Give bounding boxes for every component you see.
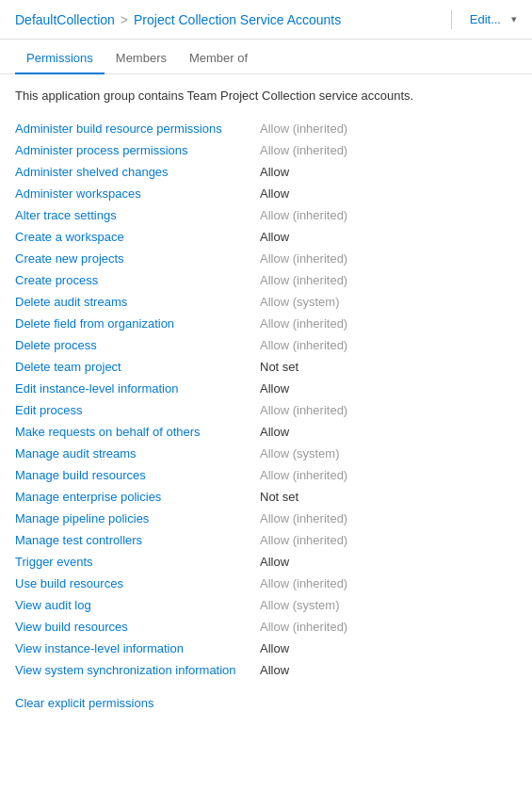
table-row: Edit processAllow (inherited) bbox=[15, 399, 517, 421]
permission-value: Allow (inherited) bbox=[260, 620, 517, 634]
permission-name[interactable]: Alter trace settings bbox=[15, 208, 260, 222]
content-area: This application group contains Team Pro… bbox=[0, 74, 532, 723]
breadcrumb: DefaultCollection > Project Collection S… bbox=[15, 12, 443, 27]
table-row: Edit instance-level informationAllow bbox=[15, 378, 517, 399]
table-row: View system synchronization informationA… bbox=[15, 659, 517, 681]
permission-value: Allow (inherited) bbox=[260, 533, 517, 547]
table-row: View audit logAllow (system) bbox=[15, 594, 517, 616]
header-actions: Edit... ▾ bbox=[443, 9, 517, 29]
permission-name[interactable]: Delete audit streams bbox=[15, 295, 260, 309]
permission-name[interactable]: Manage enterprise policies bbox=[15, 490, 260, 504]
table-row: Create new projectsAllow (inherited) bbox=[15, 248, 517, 269]
table-row: View build resourcesAllow (inherited) bbox=[15, 616, 517, 638]
permission-value: Allow (inherited) bbox=[260, 273, 517, 287]
permission-value: Allow bbox=[260, 230, 517, 244]
table-row: Manage enterprise policiesNot set bbox=[15, 486, 517, 508]
table-row: Create processAllow (inherited) bbox=[15, 269, 517, 291]
permission-name[interactable]: Create a workspace bbox=[15, 230, 260, 244]
permission-value: Allow (inherited) bbox=[260, 468, 517, 482]
permission-name[interactable]: Delete team project bbox=[15, 360, 260, 374]
table-row: Use build resourcesAllow (inherited) bbox=[15, 573, 517, 594]
permission-value: Not set bbox=[260, 490, 517, 504]
permission-name[interactable]: View build resources bbox=[15, 620, 260, 634]
permission-name[interactable]: Administer build resource permissions bbox=[15, 121, 260, 136]
table-row: Administer process permissionsAllow (inh… bbox=[15, 139, 517, 161]
permission-value: Allow bbox=[260, 381, 517, 396]
page-header: DefaultCollection > Project Collection S… bbox=[0, 0, 532, 40]
permission-name[interactable]: Administer workspaces bbox=[15, 186, 260, 201]
table-row: Administer build resource permissionsAll… bbox=[15, 118, 517, 139]
chevron-down-icon[interactable]: ▾ bbox=[511, 13, 517, 25]
permission-name[interactable]: Create new projects bbox=[15, 251, 260, 266]
permission-name[interactable]: Manage build resources bbox=[15, 468, 260, 482]
table-row: Delete field from organizationAllow (inh… bbox=[15, 313, 517, 334]
table-row: Manage build resourcesAllow (inherited) bbox=[15, 464, 517, 486]
permission-value: Allow bbox=[260, 425, 517, 439]
tab-member-of[interactable]: Member of bbox=[178, 43, 259, 74]
permission-value: Allow (inherited) bbox=[260, 403, 517, 417]
permission-value: Allow (inherited) bbox=[260, 338, 517, 352]
permission-value: Allow (inherited) bbox=[260, 251, 517, 266]
permission-name[interactable]: Administer shelved changes bbox=[15, 165, 260, 179]
permission-value: Allow bbox=[260, 186, 517, 201]
permission-name[interactable]: Edit process bbox=[15, 403, 260, 417]
edit-button[interactable]: Edit... bbox=[463, 9, 508, 29]
permission-value: Allow (inherited) bbox=[260, 143, 517, 157]
permission-name[interactable]: Edit instance-level information bbox=[15, 381, 260, 396]
permission-name[interactable]: Make requests on behalf of others bbox=[15, 425, 260, 439]
breadcrumb-current[interactable]: Project Collection Service Accounts bbox=[134, 12, 341, 27]
table-row: Alter trace settingsAllow (inherited) bbox=[15, 204, 517, 226]
permission-value: Allow bbox=[260, 641, 517, 655]
permission-name[interactable]: Manage pipeline policies bbox=[15, 511, 260, 525]
permission-value: Allow (inherited) bbox=[260, 208, 517, 222]
table-row: Manage test controllersAllow (inherited) bbox=[15, 529, 517, 551]
table-row: Trigger eventsAllow bbox=[15, 551, 517, 573]
permission-value: Allow (system) bbox=[260, 598, 517, 612]
breadcrumb-collection[interactable]: DefaultCollection bbox=[15, 12, 115, 27]
table-row: Manage audit streamsAllow (system) bbox=[15, 443, 517, 464]
permission-name[interactable]: Trigger events bbox=[15, 555, 260, 569]
breadcrumb-separator: > bbox=[121, 12, 128, 27]
header-divider bbox=[451, 10, 452, 29]
permission-value: Allow (system) bbox=[260, 446, 517, 461]
permission-name[interactable]: Manage test controllers bbox=[15, 533, 260, 547]
permission-name[interactable]: View instance-level information bbox=[15, 641, 260, 655]
permission-name[interactable]: Create process bbox=[15, 273, 260, 287]
clear-explicit-permissions-link[interactable]: Clear explicit permissions bbox=[15, 696, 153, 710]
table-row: Administer shelved changesAllow bbox=[15, 161, 517, 183]
permission-value: Allow (system) bbox=[260, 295, 517, 309]
permission-name[interactable]: Administer process permissions bbox=[15, 143, 260, 157]
permission-name[interactable]: Delete field from organization bbox=[15, 316, 260, 331]
permission-value: Allow (inherited) bbox=[260, 121, 517, 136]
description-text: This application group contains Team Pro… bbox=[15, 88, 517, 105]
permission-name[interactable]: View system synchronization information bbox=[15, 663, 260, 677]
tab-members[interactable]: Members bbox=[105, 43, 178, 74]
permission-value: Allow (inherited) bbox=[260, 511, 517, 525]
permission-value: Not set bbox=[260, 360, 517, 374]
table-row: Delete processAllow (inherited) bbox=[15, 334, 517, 356]
permission-value: Allow bbox=[260, 663, 517, 677]
permission-value: Allow (inherited) bbox=[260, 316, 517, 331]
tab-bar: Permissions Members Member of bbox=[0, 43, 532, 74]
permission-value: Allow bbox=[260, 165, 517, 179]
permission-name[interactable]: Use build resources bbox=[15, 576, 260, 590]
permission-name[interactable]: Delete process bbox=[15, 338, 260, 352]
permissions-table: Administer build resource permissionsAll… bbox=[15, 118, 517, 681]
table-row: Delete audit streamsAllow (system) bbox=[15, 291, 517, 313]
permission-value: Allow bbox=[260, 555, 517, 569]
table-row: Administer workspacesAllow bbox=[15, 183, 517, 204]
table-row: Delete team projectNot set bbox=[15, 356, 517, 378]
permission-name[interactable]: View audit log bbox=[15, 598, 260, 612]
table-row: Make requests on behalf of othersAllow bbox=[15, 421, 517, 443]
permission-name[interactable]: Manage audit streams bbox=[15, 446, 260, 461]
table-row: View instance-level informationAllow bbox=[15, 638, 517, 659]
permission-value: Allow (inherited) bbox=[260, 576, 517, 590]
table-row: Manage pipeline policiesAllow (inherited… bbox=[15, 508, 517, 529]
tab-permissions[interactable]: Permissions bbox=[15, 43, 105, 74]
table-row: Create a workspaceAllow bbox=[15, 226, 517, 248]
